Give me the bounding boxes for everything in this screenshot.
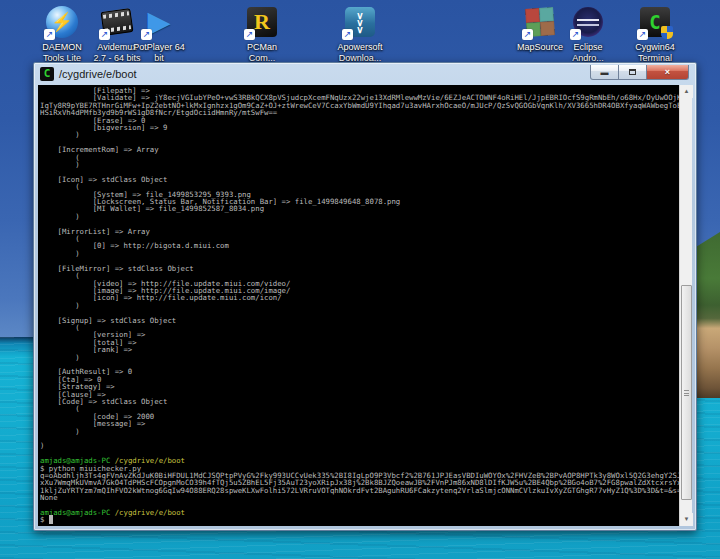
terminal-line: ( (40, 154, 679, 161)
scrollbar-grip-icon (684, 390, 689, 396)
shortcut-arrow-icon: ↗ (141, 29, 152, 40)
terminal-line: [rank] => (40, 346, 679, 353)
shortcut-arrow-icon: ↗ (570, 29, 581, 40)
terminal-line: [Cta] => 0 (40, 376, 679, 383)
terminal-line: ) (40, 131, 679, 138)
terminal-line: ) (40, 354, 679, 361)
terminal-line: [message] => (40, 420, 679, 427)
window-cygwin-icon[interactable]: C (40, 67, 54, 81)
terminal-line: [MirrorList] => Array (40, 228, 679, 235)
shortcut-arrow-icon: ↗ (522, 29, 533, 40)
maximize-icon (629, 69, 636, 75)
terminal-client-area: [Filepath] => [Validate] => jY8ecjVGIubY… (38, 85, 692, 526)
desktop-icon-cygwin-terminal[interactable]: C ↗ Cygwin64Terminal (616, 5, 694, 63)
terminal-scrollbar[interactable]: ▲ ▼ (679, 85, 692, 526)
terminal-line: 1kljZuYRTYzm7mQIhFVO2kWtnog6GqIw94O88ERQ… (40, 487, 679, 494)
terminal-line: amjads@amjads-PC /cygdrive/e/boot (40, 509, 679, 516)
terminal-line: [Code] => stdClass Object (40, 398, 679, 405)
terminal-line: [Signup] => stdClass Object (40, 317, 679, 324)
icon-label: PotPlayer 64 (133, 42, 185, 52)
terminal-line: ) (40, 250, 679, 257)
shortcut-arrow-icon: ↗ (244, 29, 255, 40)
desktop-icon-potplayer[interactable]: ▶ ↗ PotPlayer 64bit (120, 5, 198, 63)
terminal-line: [Icon] => stdClass Object (40, 176, 679, 183)
terminal-line: ) (40, 302, 679, 309)
terminal-output: [Filepath] => [Validate] => jY8ecjVGIubY… (40, 87, 679, 524)
terminal-line: ) (40, 161, 679, 168)
icon-label: DAEMON (42, 42, 82, 52)
window-caption-buttons: ▬ × (590, 65, 689, 80)
terminal-line: [Strategy] => (40, 383, 679, 390)
terminal-line: [0] => http://bigota.d.miui.com (40, 242, 679, 249)
desktop-icon-apowersoft[interactable]: ∨∨∨ ↗ ApowersoftDownloa... (321, 5, 399, 63)
terminal-line: [MI Wallet] => file_1499852587_8034.png (40, 205, 679, 212)
scroll-up-button[interactable]: ▲ (680, 85, 693, 98)
shortcut-arrow-icon: ↗ (637, 29, 648, 40)
terminal-line: $ (40, 516, 679, 523)
terminal-line: ) (40, 428, 679, 435)
terminal-line (40, 435, 679, 442)
terminal-line (40, 361, 679, 368)
terminal-line: [AuthResult] => 0 (40, 368, 679, 375)
window-title: /cygdrive/e/boot (59, 68, 137, 80)
uac-shield-icon (661, 26, 673, 39)
maximize-button[interactable] (619, 65, 647, 80)
desktop-background: ⚡ ↗ DAEMONTools Lite ↗ Avidemux2.7 - 64 … (0, 0, 720, 559)
desktop-icon-pcman[interactable]: R ↗ PCManCom... (223, 5, 301, 63)
terminal-line: [bigversion] => 9 (40, 124, 679, 131)
shortcut-arrow-icon: ↗ (44, 29, 55, 40)
terminal-line: ) (40, 442, 679, 449)
terminal-screen[interactable]: [Filepath] => [Validate] => jY8ecjVGIubY… (38, 85, 679, 526)
close-button[interactable]: × (647, 65, 689, 80)
terminal-line: [FileMirror] => stdClass Object (40, 265, 679, 272)
terminal-line: None (40, 494, 679, 501)
minimize-button[interactable]: ▬ (590, 65, 619, 80)
scrollbar-thumb[interactable] (681, 285, 692, 500)
terminal-line: ) (40, 213, 679, 220)
icon-label: PCMan (247, 42, 277, 52)
terminal-line: [IncrementRom] => Array (40, 146, 679, 153)
cygwin-terminal-window: C /cygdrive/e/boot ▬ × [Filepath] => [Va… (33, 62, 697, 531)
shortcut-arrow-icon: ↗ (99, 29, 110, 40)
shortcut-arrow-icon: ↗ (342, 29, 353, 40)
scroll-down-button[interactable]: ▼ (680, 513, 693, 526)
icon-label: Eclipse (573, 42, 602, 52)
icon-label: Cygwin64 (635, 42, 675, 52)
terminal-line: [icon] => http://file.update.miui.com/ic… (40, 294, 679, 301)
icon-label: Apowersoft (337, 42, 382, 52)
